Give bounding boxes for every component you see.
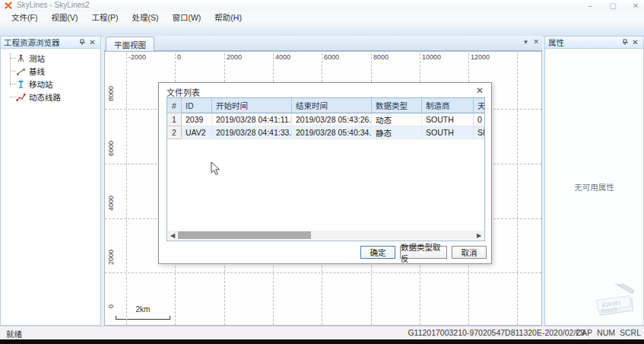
status-serial-text: G112017003210-97020547D811320E-2020/02/2… (408, 328, 585, 337)
col-header-id[interactable]: ID (182, 98, 212, 113)
cell-data-type: 动态 (372, 113, 422, 126)
maximize-button[interactable]: ▢ (608, 2, 618, 10)
pin-icon[interactable] (620, 37, 630, 47)
ruler-x-label: 10000 (422, 53, 441, 61)
toolbar-strip (0, 23, 644, 37)
col-header-manufacturer[interactable]: 制造商 (422, 98, 474, 113)
ruler-x-label: 0 (177, 53, 181, 61)
data-notepad-watermark-icon: 010101 01010 (592, 284, 642, 323)
letterbox-strip (0, 339, 644, 344)
table-row[interactable]: 1 2039 2019/03/28 04:41:11.000 2019/03/2… (167, 113, 485, 126)
tree-item-label: 移动站 (29, 78, 53, 90)
project-resource-tree: 测站 基线 移动站 动态线路 (0, 49, 101, 326)
caps-lock-indicator: CAP (576, 328, 592, 337)
dialog-title: 文件列表 (167, 86, 200, 98)
menu-help[interactable]: 帮助(H) (208, 11, 249, 23)
properties-panel: 属性 ✕ 无可用属性 010101 01010 (544, 36, 644, 326)
cell-end-time: 2019/03/28 05:43:26.000 (292, 113, 372, 126)
svg-text:010101: 010101 (601, 300, 621, 308)
status-ready-text: 就绪 (6, 328, 22, 339)
ruler-x-label: 8000 (373, 53, 389, 61)
row-number-cell[interactable]: 2 (167, 126, 182, 139)
ruler-x-label: 12000 (471, 53, 490, 61)
rover-icon (16, 79, 26, 89)
file-table: # ID 开始时间 结束时间 数据类型 制造商 天 1 2039 2019/03… (167, 97, 485, 241)
num-lock-indicator: NUM (597, 328, 615, 337)
properties-panel-body: 无可用属性 010101 01010 (544, 49, 644, 326)
dialog-close-icon[interactable]: ✕ (474, 85, 485, 96)
tree-item-baseline[interactable]: 基线 (5, 65, 100, 78)
tree-item-label: 基线 (29, 65, 45, 77)
project-resource-panel: 工程资源浏览器 ✕ 测站 基线 移动站 (0, 36, 101, 326)
col-header-end-time[interactable]: 结束时间 (292, 98, 372, 113)
close-panel-icon[interactable]: ✕ (630, 37, 640, 47)
menu-window[interactable]: 窗口(W) (165, 11, 208, 23)
scale-bar-line (116, 316, 170, 320)
tree-item-rover[interactable]: 移动站 (5, 78, 100, 91)
station-icon (16, 53, 26, 63)
scale-bar: 2km (116, 308, 170, 320)
horizontal-scrollbar[interactable]: ◀ ▶ (168, 231, 484, 240)
cell-manufacturer: SOUTH (422, 126, 474, 139)
tree-item-label: 测站 (29, 53, 45, 64)
col-header-antenna[interactable]: 天 (474, 98, 485, 113)
close-panel-icon[interactable]: ✕ (87, 37, 97, 47)
grid-line-horizontal (105, 272, 541, 273)
cancel-button[interactable]: 取消 (452, 246, 487, 259)
cell-manufacturer: SOUTH (422, 113, 474, 126)
table-row[interactable]: 2 UAV2 2019/03/28 04:41:33.200 2019/03/2… (167, 126, 485, 139)
title-bar: SkyLines - SkyLines2 – ▢ ✕ (0, 0, 644, 12)
cell-end-time: 2019/03/28 05:40:34.000 (292, 126, 372, 139)
scroll-left-icon[interactable]: ◀ (168, 231, 177, 240)
invert-data-type-button[interactable]: 数据类型取反 (400, 246, 447, 259)
project-resource-panel-header: 工程资源浏览器 ✕ (0, 36, 101, 49)
tree-item-station[interactable]: 测站 (5, 52, 100, 65)
col-header-start-time[interactable]: 开始时间 (212, 98, 292, 113)
grid-line-vertical (126, 53, 127, 325)
cell-start-time: 2019/03/28 04:41:33.200 (212, 126, 292, 139)
ruler-x-label: 4000 (275, 53, 290, 61)
properties-panel-title: 属性 (548, 37, 620, 48)
ruler-x-label: -2000 (128, 53, 146, 61)
ruler-x-label: 6000 (324, 53, 339, 61)
ok-button[interactable]: 确定 (360, 246, 395, 259)
baseline-icon (16, 66, 26, 76)
cell-antenna: S8 (474, 126, 485, 139)
menu-process[interactable]: 处理(S) (125, 11, 165, 23)
ruler-y-label: 2000 (107, 250, 115, 265)
minimize-button[interactable]: – (585, 2, 595, 10)
cell-start-time: 2019/03/28 04:41:11.000 (212, 113, 292, 126)
tree-item-label: 动态线路 (29, 91, 61, 103)
ruler-y-label: 8000 (107, 86, 115, 101)
table-header-row: # ID 开始时间 结束时间 数据类型 制造商 天 (167, 98, 485, 113)
tree-item-dynamic-route[interactable]: 动态线路 (5, 91, 100, 104)
close-button[interactable]: ✕ (630, 2, 641, 10)
menu-project[interactable]: 工程(P) (84, 11, 125, 23)
cell-id: 2039 (182, 113, 212, 126)
tab-plan-view-label: 平面视图 (114, 39, 146, 50)
grid-line-vertical (517, 53, 518, 325)
tab-plan-view[interactable]: 平面视图 (106, 37, 154, 52)
menu-file[interactable]: 文件(F) (5, 11, 44, 23)
menu-bar: 文件(F) 视图(V) 工程(P) 处理(S) 窗口(W) 帮助(H) (0, 11, 644, 23)
tab-close-icon[interactable]: ✕ (533, 38, 539, 46)
properties-panel-header: 属性 ✕ (544, 36, 644, 49)
tab-list-dropdown-icon[interactable]: ▼ (523, 39, 529, 46)
cell-data-type: 静态 (372, 126, 422, 139)
scrollbar-thumb[interactable] (178, 231, 311, 239)
row-number-cell[interactable]: 1 (167, 113, 182, 126)
dynamic-route-icon (16, 92, 26, 102)
scale-bar-label: 2km (116, 305, 170, 314)
menu-view[interactable]: 视图(V) (44, 11, 84, 23)
document-tabstrip: 平面视图 ▼ ✕ (104, 36, 542, 51)
project-resource-panel-title: 工程资源浏览器 (4, 37, 78, 48)
cell-id: UAV2 (182, 126, 212, 139)
status-bar: 就绪 G112017003210-97020547D811320E-2020/0… (0, 326, 644, 340)
ruler-y-label: 6000 (107, 141, 115, 156)
col-header-data-type[interactable]: 数据类型 (372, 98, 422, 113)
ruler-y-label: 4000 (107, 196, 115, 211)
col-header-index[interactable]: # (167, 98, 182, 113)
keyboard-lock-indicators: CAP NUM SCRL (576, 328, 641, 337)
scroll-right-icon[interactable]: ▶ (474, 231, 484, 240)
pin-icon[interactable] (78, 37, 87, 47)
